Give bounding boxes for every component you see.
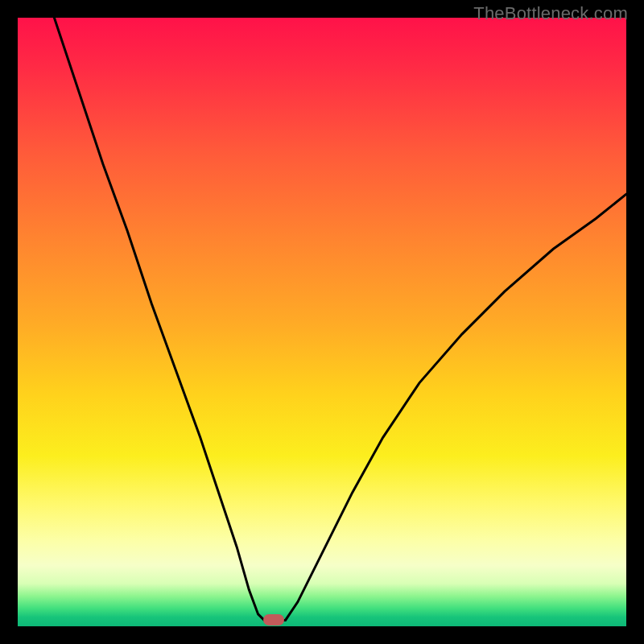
bottleneck-curve [18, 18, 626, 626]
plot-area [18, 18, 626, 626]
watermark-text: TheBottleneck.com [473, 3, 628, 24]
minimum-marker [263, 614, 284, 625]
chart-frame: TheBottleneck.com [0, 0, 644, 644]
